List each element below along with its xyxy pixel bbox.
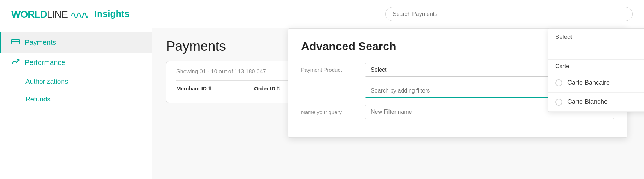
col-order-sort-icon[interactable]: ⇅ xyxy=(277,86,280,91)
dropdown-option-carte-bancaire[interactable]: Carte Bancaire xyxy=(548,73,644,93)
logo-line-text: LINE xyxy=(47,9,68,20)
sidebar: Payments Performance Authorizations Refu… xyxy=(0,28,152,179)
main-layout: Payments Performance Authorizations Refu… xyxy=(0,28,644,179)
logo-world-text: WORLD xyxy=(11,9,47,20)
sidebar-item-refunds[interactable]: Refunds xyxy=(0,90,152,108)
dropdown-search-input[interactable] xyxy=(554,49,644,56)
dropdown-search-area xyxy=(548,46,644,60)
sidebar-item-payments[interactable]: Payments xyxy=(0,32,152,53)
sidebar-payments-label: Payments xyxy=(25,38,56,47)
header: WORLDLINE Insights xyxy=(0,0,644,28)
main-content: Payments Showing 01 - 10 out of 113,180,… xyxy=(152,28,644,179)
dropdown-option-label-0: Carte Bancaire xyxy=(567,79,610,86)
dropdown-option-carte-blanche[interactable]: Carte Blanche xyxy=(548,93,644,112)
performance-icon xyxy=(11,58,20,67)
header-search-area xyxy=(385,7,633,21)
logo-waves-icon xyxy=(71,8,88,20)
col-merchant-sort-icon[interactable]: ⇅ xyxy=(208,86,211,91)
payments-icon xyxy=(11,38,20,47)
logo-area: WORLDLINE Insights xyxy=(11,8,129,20)
col-order-label: Order ID xyxy=(254,85,275,91)
svg-rect-1 xyxy=(12,41,19,42)
col-merchant-label: Merchant ID xyxy=(176,85,207,91)
sidebar-refunds-label: Refunds xyxy=(25,95,51,103)
sidebar-item-authorizations[interactable]: Authorizations xyxy=(0,73,152,90)
payment-product-label: Payment Product xyxy=(301,67,358,73)
radio-carte-bancaire[interactable] xyxy=(555,79,562,86)
dropdown-option-label-1: Carte Blanche xyxy=(567,98,608,106)
logo-worldline: WORLDLINE xyxy=(11,8,88,20)
search-input[interactable] xyxy=(385,7,633,21)
col-merchant-id: Merchant ID ⇅ xyxy=(176,85,254,91)
sidebar-authorizations-label: Authorizations xyxy=(25,78,68,85)
logo-insights-text: Insights xyxy=(94,8,130,19)
dropdown-search-value-text: Carte xyxy=(555,63,569,69)
name-query-label: Name your query xyxy=(301,109,358,115)
sidebar-performance-label: Performance xyxy=(25,59,65,67)
dropdown-typed-value: Carte xyxy=(548,60,644,73)
radio-carte-blanche[interactable] xyxy=(555,99,562,106)
dropdown-panel: Select Carte Carte Bancaire Carte Blanch… xyxy=(548,28,644,112)
dropdown-header: Select xyxy=(548,29,644,46)
sidebar-item-performance[interactable]: Performance xyxy=(0,53,152,73)
